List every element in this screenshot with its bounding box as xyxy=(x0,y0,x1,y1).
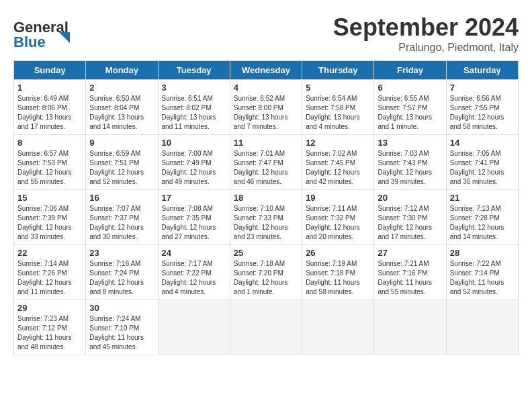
day-info: Sunrise: 7:05 AM Sunset: 7:41 PM Dayligh… xyxy=(450,149,515,187)
calendar-table: SundayMondayTuesdayWednesdayThursdayFrid… xyxy=(13,60,519,355)
calendar-cell xyxy=(446,300,518,355)
day-info: Sunrise: 7:23 AM Sunset: 7:12 PM Dayligh… xyxy=(17,314,82,352)
calendar-cell: 24Sunrise: 7:17 AM Sunset: 7:22 PM Dayli… xyxy=(158,245,230,300)
calendar-cell: 8Sunrise: 6:57 AM Sunset: 7:53 PM Daylig… xyxy=(14,135,86,190)
day-info: Sunrise: 7:00 AM Sunset: 7:49 PM Dayligh… xyxy=(162,149,226,187)
logo: General Blue xyxy=(13,13,81,53)
day-header-thursday: Thursday xyxy=(302,61,374,80)
calendar-cell: 27Sunrise: 7:21 AM Sunset: 7:16 PM Dayli… xyxy=(374,245,446,300)
day-info: Sunrise: 6:49 AM Sunset: 8:06 PM Dayligh… xyxy=(17,94,82,132)
title-area: September 2024 Pralungo, Piedmont, Italy xyxy=(333,13,519,54)
day-info: Sunrise: 6:51 AM Sunset: 8:02 PM Dayligh… xyxy=(162,94,226,132)
day-info: Sunrise: 6:56 AM Sunset: 7:55 PM Dayligh… xyxy=(450,94,515,132)
calendar-cell: 10Sunrise: 7:00 AM Sunset: 7:49 PM Dayli… xyxy=(158,135,230,190)
day-number: 22 xyxy=(17,248,82,258)
day-info: Sunrise: 6:50 AM Sunset: 8:04 PM Dayligh… xyxy=(89,94,154,132)
day-number: 20 xyxy=(378,193,442,203)
location-subtitle: Pralungo, Piedmont, Italy xyxy=(333,42,519,54)
day-info: Sunrise: 7:01 AM Sunset: 7:47 PM Dayligh… xyxy=(234,149,298,187)
day-info: Sunrise: 7:08 AM Sunset: 7:35 PM Dayligh… xyxy=(162,204,226,242)
svg-marker-2 xyxy=(59,32,70,43)
week-row-4: 22Sunrise: 7:14 AM Sunset: 7:26 PM Dayli… xyxy=(14,245,519,300)
day-info: Sunrise: 6:57 AM Sunset: 7:53 PM Dayligh… xyxy=(17,149,82,187)
day-info: Sunrise: 7:11 AM Sunset: 7:32 PM Dayligh… xyxy=(306,204,370,242)
day-number: 24 xyxy=(162,248,226,258)
day-info: Sunrise: 7:22 AM Sunset: 7:14 PM Dayligh… xyxy=(450,259,515,297)
day-number: 29 xyxy=(17,303,82,313)
day-number: 10 xyxy=(162,138,226,148)
calendar-cell: 2Sunrise: 6:50 AM Sunset: 8:04 PM Daylig… xyxy=(86,80,158,135)
day-number: 17 xyxy=(162,193,226,203)
calendar-cell: 21Sunrise: 7:13 AM Sunset: 7:28 PM Dayli… xyxy=(446,190,518,245)
day-header-sunday: Sunday xyxy=(14,61,86,80)
generalblue-logo: General Blue xyxy=(13,13,81,50)
day-number: 3 xyxy=(162,83,226,93)
calendar-cell: 28Sunrise: 7:22 AM Sunset: 7:14 PM Dayli… xyxy=(446,245,518,300)
day-number: 4 xyxy=(234,83,298,93)
calendar-cell: 26Sunrise: 7:19 AM Sunset: 7:18 PM Dayli… xyxy=(302,245,374,300)
day-info: Sunrise: 7:03 AM Sunset: 7:43 PM Dayligh… xyxy=(378,149,442,187)
day-info: Sunrise: 7:06 AM Sunset: 7:39 PM Dayligh… xyxy=(17,204,82,242)
day-number: 11 xyxy=(234,138,298,148)
day-number: 18 xyxy=(234,193,298,203)
calendar-cell: 22Sunrise: 7:14 AM Sunset: 7:26 PM Dayli… xyxy=(14,245,86,300)
calendar-cell: 19Sunrise: 7:11 AM Sunset: 7:32 PM Dayli… xyxy=(302,190,374,245)
day-header-friday: Friday xyxy=(374,61,446,80)
day-info: Sunrise: 7:21 AM Sunset: 7:16 PM Dayligh… xyxy=(378,259,442,297)
calendar-cell: 23Sunrise: 7:16 AM Sunset: 7:24 PM Dayli… xyxy=(86,245,158,300)
calendar-cell: 20Sunrise: 7:12 AM Sunset: 7:30 PM Dayli… xyxy=(374,190,446,245)
calendar-cell: 17Sunrise: 7:08 AM Sunset: 7:35 PM Dayli… xyxy=(158,190,230,245)
day-info: Sunrise: 7:02 AM Sunset: 7:45 PM Dayligh… xyxy=(306,149,370,187)
calendar-cell: 13Sunrise: 7:03 AM Sunset: 7:43 PM Dayli… xyxy=(374,135,446,190)
calendar-cell: 29Sunrise: 7:23 AM Sunset: 7:12 PM Dayli… xyxy=(14,300,86,355)
day-number: 1 xyxy=(17,83,82,93)
day-number: 6 xyxy=(378,83,442,93)
week-row-1: 1Sunrise: 6:49 AM Sunset: 8:06 PM Daylig… xyxy=(14,80,519,135)
day-header-monday: Monday xyxy=(86,61,158,80)
week-row-5: 29Sunrise: 7:23 AM Sunset: 7:12 PM Dayli… xyxy=(14,300,519,355)
day-number: 15 xyxy=(17,193,82,203)
calendar-cell xyxy=(230,300,302,355)
day-number: 13 xyxy=(378,138,442,148)
day-info: Sunrise: 7:14 AM Sunset: 7:26 PM Dayligh… xyxy=(17,259,82,297)
day-number: 21 xyxy=(450,193,515,203)
page-header: General Blue September 2024 Pralungo, Pi… xyxy=(13,13,519,54)
day-number: 19 xyxy=(306,193,370,203)
day-number: 5 xyxy=(306,83,370,93)
calendar-cell xyxy=(302,300,374,355)
day-number: 2 xyxy=(89,83,154,93)
calendar-cell: 1Sunrise: 6:49 AM Sunset: 8:06 PM Daylig… xyxy=(14,80,86,135)
day-number: 14 xyxy=(450,138,515,148)
calendar-cell: 11Sunrise: 7:01 AM Sunset: 7:47 PM Dayli… xyxy=(230,135,302,190)
day-info: Sunrise: 6:54 AM Sunset: 7:58 PM Dayligh… xyxy=(306,94,370,132)
day-info: Sunrise: 7:07 AM Sunset: 7:37 PM Dayligh… xyxy=(89,204,154,242)
day-info: Sunrise: 7:19 AM Sunset: 7:18 PM Dayligh… xyxy=(306,259,370,297)
week-row-2: 8Sunrise: 6:57 AM Sunset: 7:53 PM Daylig… xyxy=(14,135,519,190)
day-info: Sunrise: 6:59 AM Sunset: 7:51 PM Dayligh… xyxy=(89,149,154,187)
day-info: Sunrise: 7:12 AM Sunset: 7:30 PM Dayligh… xyxy=(378,204,442,242)
calendar-cell: 25Sunrise: 7:18 AM Sunset: 7:20 PM Dayli… xyxy=(230,245,302,300)
day-info: Sunrise: 7:13 AM Sunset: 7:28 PM Dayligh… xyxy=(450,204,515,242)
day-number: 23 xyxy=(89,248,154,258)
day-info: Sunrise: 7:17 AM Sunset: 7:22 PM Dayligh… xyxy=(162,259,226,297)
svg-text:Blue: Blue xyxy=(13,34,46,50)
day-info: Sunrise: 6:55 AM Sunset: 7:57 PM Dayligh… xyxy=(378,94,442,132)
day-number: 28 xyxy=(450,248,515,258)
calendar-cell: 7Sunrise: 6:56 AM Sunset: 7:55 PM Daylig… xyxy=(446,80,518,135)
day-number: 16 xyxy=(89,193,154,203)
calendar-cell: 12Sunrise: 7:02 AM Sunset: 7:45 PM Dayli… xyxy=(302,135,374,190)
day-header-wednesday: Wednesday xyxy=(230,61,302,80)
calendar-cell xyxy=(158,300,230,355)
day-number: 12 xyxy=(306,138,370,148)
day-number: 25 xyxy=(234,248,298,258)
day-number: 30 xyxy=(89,303,154,313)
day-info: Sunrise: 7:18 AM Sunset: 7:20 PM Dayligh… xyxy=(234,259,298,297)
calendar-cell: 30Sunrise: 7:24 AM Sunset: 7:10 PM Dayli… xyxy=(86,300,158,355)
calendar-cell: 6Sunrise: 6:55 AM Sunset: 7:57 PM Daylig… xyxy=(374,80,446,135)
week-row-3: 15Sunrise: 7:06 AM Sunset: 7:39 PM Dayli… xyxy=(14,190,519,245)
day-info: Sunrise: 7:24 AM Sunset: 7:10 PM Dayligh… xyxy=(89,314,154,352)
calendar-header-row: SundayMondayTuesdayWednesdayThursdayFrid… xyxy=(14,61,519,80)
calendar-cell: 15Sunrise: 7:06 AM Sunset: 7:39 PM Dayli… xyxy=(14,190,86,245)
day-header-saturday: Saturday xyxy=(446,61,518,80)
day-header-tuesday: Tuesday xyxy=(158,61,230,80)
